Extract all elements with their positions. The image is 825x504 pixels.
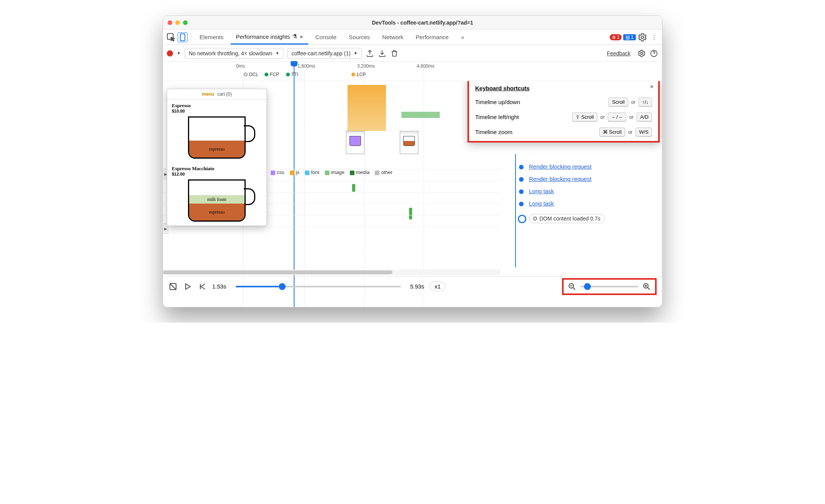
marker-dot-icon <box>244 73 248 76</box>
marker-label: LCP <box>357 72 366 77</box>
marker-dot-icon <box>286 73 290 76</box>
zoom-in-icon[interactable] <box>642 282 651 291</box>
product-name: Espresso <box>172 103 262 109</box>
slider-knob[interactable] <box>279 283 286 290</box>
svg-point-3 <box>640 52 643 55</box>
ruler-tick: 0ms <box>236 63 245 69</box>
cup-illustration: espresso <box>188 116 246 159</box>
time-end: 5.93s <box>410 283 424 290</box>
insights-panel: Render blocking requestRender blocking r… <box>504 154 662 275</box>
insight-item[interactable]: Render blocking request <box>511 163 656 170</box>
insight-item[interactable]: Long task <box>511 200 656 207</box>
timeline-main: ▶ ▶ cssjsfontimagemediaother Keyboard sh… <box>163 81 662 296</box>
screenshot-preview: menucart (0) Espresso$10.00espressoEspre… <box>167 89 267 226</box>
inspect-icon[interactable] <box>166 32 176 42</box>
play-icon[interactable] <box>183 282 192 291</box>
cup-illustration: milk foamespresso <box>188 179 246 222</box>
kb-row: Timeline left/right⇧ Scrollor←/→orA/D <box>475 113 652 121</box>
flask-icon: ⚗ <box>292 33 297 40</box>
kb-row: Timeline zoom⌘ ScrollorW/S <box>475 128 652 136</box>
slider-knob[interactable] <box>584 283 591 290</box>
export-icon[interactable] <box>366 49 374 58</box>
insight-link[interactable]: Long task <box>529 200 554 207</box>
kb-row-label: Timeline left/right <box>475 114 569 120</box>
kb-or: or <box>628 129 633 135</box>
insight-item[interactable]: Long task <box>511 188 656 195</box>
close-tab-icon[interactable]: × <box>299 33 303 40</box>
recording-select[interactable]: coffee-cart.netlify.app (1) ▼ <box>287 48 361 59</box>
device-toggle-icon[interactable] <box>178 32 188 42</box>
dcl-dot-icon <box>533 217 537 220</box>
preview-cart: cart (0) <box>217 91 232 97</box>
tabs-overflow[interactable]: » <box>456 30 469 45</box>
key-cap: A/D <box>637 113 652 121</box>
insight-dcl[interactable]: DOM content loaded 0.7s <box>511 214 656 223</box>
throttle-label: No network throttling, 4× slowdown <box>189 50 273 56</box>
insights-toolbar: ▼ No network throttling, 4× slowdown ▼ c… <box>163 45 662 62</box>
marker-dot-icon <box>264 73 268 76</box>
key-cap: W/S <box>635 128 652 136</box>
insight-label: DOM content loaded 0.7s <box>539 216 600 222</box>
horizontal-scrollbar[interactable] <box>163 270 501 275</box>
issues-badge[interactable]: ▤1 <box>623 34 636 40</box>
timeline-ruler[interactable]: 0ms1,600ms3,200ms4,800msDCLFCPTTILCP <box>163 62 662 81</box>
kebab-icon[interactable]: ⋮ <box>649 32 659 42</box>
keyboard-shortcuts-popup: Keyboard shortcuts × Timeline up/downScr… <box>467 81 660 143</box>
key-cap: ⌘ Scroll <box>599 128 625 136</box>
playback-slider[interactable] <box>236 286 401 287</box>
key-cap: ⇧ Scroll <box>572 113 597 121</box>
issues-icon: ▤ <box>625 35 630 40</box>
tab-console[interactable]: Console <box>310 30 342 45</box>
kb-row-label: Timeline zoom <box>475 129 596 135</box>
speed-pill[interactable]: x1 <box>429 282 446 291</box>
settings-icon[interactable] <box>637 32 647 42</box>
scrollbar-thumb[interactable] <box>163 270 393 274</box>
chevron-down-icon: ▼ <box>275 51 279 55</box>
timeline-marker[interactable]: LCP <box>351 72 366 77</box>
rewind-icon[interactable] <box>198 282 207 291</box>
tab-performance[interactable]: Performance <box>410 30 454 45</box>
record-menu-caret[interactable]: ▼ <box>177 51 181 55</box>
marker-label: TTI <box>291 72 298 77</box>
panel-settings-icon[interactable] <box>637 49 646 58</box>
insight-link[interactable]: Long task <box>529 188 554 194</box>
delete-icon[interactable] <box>390 49 399 58</box>
throttle-select[interactable]: No network throttling, 4× slowdown ▼ <box>185 48 283 59</box>
no-replay-icon[interactable] <box>168 282 178 291</box>
cup-layer: espresso <box>189 141 245 158</box>
product-price: $10.00 <box>172 109 262 113</box>
window-minimize[interactable] <box>175 20 180 25</box>
error-badge[interactable]: ⊗1 <box>610 34 622 40</box>
timeline-marker[interactable]: TTI <box>286 72 298 77</box>
close-icon[interactable]: × <box>650 83 654 90</box>
product-name: Espresso Macchiato <box>172 166 262 172</box>
timeline-marker[interactable]: DCL <box>244 72 258 77</box>
insight-link[interactable]: Render blocking request <box>529 163 592 170</box>
zoom-out-icon[interactable] <box>567 282 577 291</box>
insights-timeline-line <box>515 154 516 267</box>
key-cap: ←/→ <box>608 113 626 121</box>
kb-or: or <box>600 114 605 120</box>
playback-bar: 1.53s 5.93s x1 <box>163 276 662 296</box>
preview-item: Espresso Macchiato$12.00milk foamespress… <box>167 162 266 222</box>
insight-link[interactable]: Render blocking request <box>529 176 592 182</box>
kb-title: Keyboard shortcuts <box>475 85 530 91</box>
record-button[interactable] <box>167 50 173 56</box>
zoom-slider[interactable] <box>580 286 638 287</box>
tab-network[interactable]: Network <box>377 30 409 45</box>
ruler-tick: 3,200ms <box>357 63 375 69</box>
import-icon[interactable] <box>378 49 386 58</box>
window-close[interactable] <box>168 20 172 25</box>
tab-sources[interactable]: Sources <box>343 30 375 45</box>
cup-layer: espresso <box>189 204 245 220</box>
feedback-link[interactable]: Feedback <box>607 50 630 56</box>
tab-elements[interactable]: Elements <box>194 30 229 45</box>
kb-row: Timeline up/downScrollor↑/↓ <box>475 98 652 106</box>
window-maximize[interactable] <box>183 20 188 25</box>
help-icon[interactable] <box>650 49 658 58</box>
time-current: 1.53s <box>212 283 226 290</box>
timeline-marker[interactable]: FCP <box>264 72 279 77</box>
marker-label: DCL <box>249 72 258 77</box>
tab-performance-insights[interactable]: Performance insights ⚗ × <box>231 30 309 45</box>
insight-item[interactable]: Render blocking request <box>511 176 656 182</box>
